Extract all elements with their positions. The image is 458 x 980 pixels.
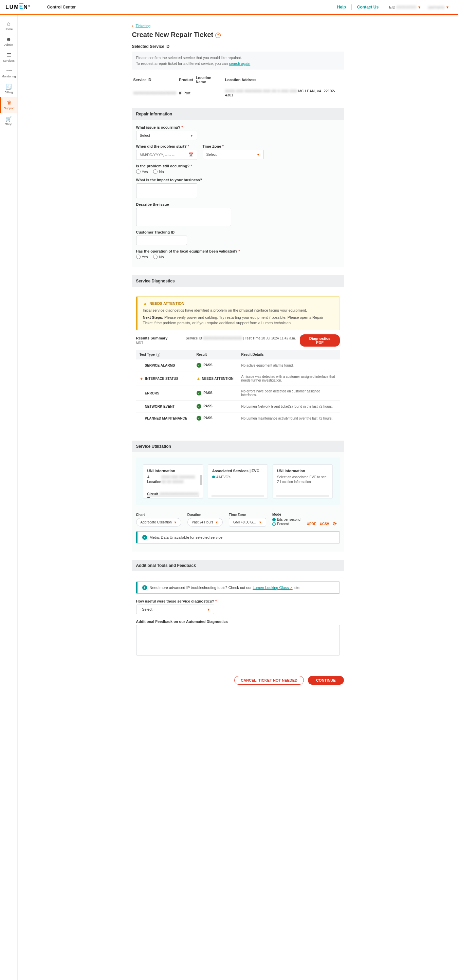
validated-label: Has the operation of the local equipment…: [136, 249, 340, 253]
confirm-box: Please confirm the selected service that…: [132, 52, 344, 70]
chart-select[interactable]: Aggregate Utilization▼: [136, 518, 181, 527]
needs-attention-alert: ▲NEEDS ATTENTION Initial service diagnos…: [136, 296, 340, 330]
sidebar-item-monitoring[interactable]: 〰Monitoring: [0, 65, 17, 81]
breadcrumb-link[interactable]: Ticketing: [136, 24, 151, 28]
refresh-icon[interactable]: ⟳: [333, 521, 337, 527]
impact-textarea[interactable]: [136, 183, 197, 198]
logo: LUMEN®: [5, 4, 31, 10]
diagnostics-table: Test Type i Result Result Details SERVIC…: [136, 350, 340, 425]
useful-select[interactable]: - Select -▼: [136, 605, 214, 614]
selected-service-table: Service ID Product Location Name Locatio…: [132, 74, 344, 100]
info-icon: i: [142, 585, 147, 590]
chevron-down-icon: ▼: [215, 521, 218, 524]
check-icon: ✓: [197, 363, 201, 368]
evc-item[interactable]: All-EVC's: [212, 475, 264, 480]
expand-icon[interactable]: ＋: [140, 377, 143, 380]
location-address-value: XXXX XXX XXXXXXX XXX XX X XXX XXX MC LEA…: [224, 86, 344, 100]
confirm-line1: Please confirm the selected service that…: [136, 55, 340, 61]
check-icon: ✓: [197, 391, 201, 396]
admin-icon: ☻: [6, 36, 11, 43]
export-csv-button[interactable]: ⬇CSV: [320, 522, 329, 526]
mode-bits-radio[interactable]: Bits per second: [272, 518, 301, 522]
th-result: Result: [193, 350, 238, 360]
chevron-left-icon: ‹: [132, 24, 134, 28]
sidebar-item-services[interactable]: ☰Services: [0, 49, 17, 65]
timezone-select[interactable]: Select▼: [203, 150, 264, 159]
hscroll[interactable]: [277, 495, 329, 497]
eid-dropdown[interactable]: EID XXXXXXXX▼: [389, 5, 421, 9]
table-row: ERRORS✓ PASSNo errors have been detected…: [136, 386, 340, 401]
util-tz-select[interactable]: GMT+0.00 Greenwich...▼: [229, 518, 266, 527]
warning-icon: ▲: [197, 376, 200, 381]
hscroll[interactable]: [212, 495, 264, 497]
export-pdf-button[interactable]: ⬇PDF: [307, 522, 316, 526]
app-title: Control Center: [47, 5, 76, 10]
support-icon: ♛: [7, 99, 11, 106]
util-tz-label: Time Zone: [229, 513, 266, 517]
table-row: ＋INTERFACE STATUS▲NEEDS ATTENTIONAn issu…: [136, 371, 340, 386]
duration-label: Duration: [188, 513, 223, 517]
table-row: XX/XXXX/XXXXXX/XXXX IP Port XXXX XXX XXX…: [132, 86, 344, 100]
billing-icon: 🧾: [5, 83, 12, 90]
sidebar-item-billing[interactable]: 🧾Billing: [0, 81, 17, 97]
th-test-type: Test Type i: [136, 350, 193, 360]
radio-validated-yes[interactable]: Yes: [136, 255, 148, 259]
calendar-icon[interactable]: 📅: [188, 153, 194, 157]
feedback-textarea[interactable]: [136, 625, 340, 655]
chevron-down-icon: ▼: [207, 608, 210, 611]
sidebar-item-support[interactable]: ♛Support: [0, 97, 17, 113]
radio-validated-no[interactable]: No: [153, 255, 164, 259]
product-value: IP Port: [178, 86, 194, 100]
topbar: LUMEN® Control Center Help Contact Us EI…: [0, 0, 458, 14]
mode-percent-radio[interactable]: Percent: [272, 522, 301, 526]
chart-label: Chart: [136, 513, 181, 517]
sidebar-item-shop[interactable]: 🛒Shop: [0, 113, 17, 129]
contact-link[interactable]: Contact Us: [357, 5, 378, 10]
check-icon: ✓: [197, 404, 201, 409]
duration-select[interactable]: Past 24 Hours▼: [188, 518, 223, 527]
info-icon[interactable]: i: [156, 353, 160, 357]
table-row: PLANNED MAINTENANCE✓ PASSNo Lumen mainte…: [136, 412, 340, 424]
associated-services-card: Associated Services | EVC All-EVC's: [208, 465, 268, 498]
section-selected-service-heading: Selected Service ID: [132, 44, 344, 49]
describe-textarea[interactable]: [136, 208, 231, 226]
radio-no[interactable]: No: [153, 169, 164, 174]
chevron-down-icon: ▼: [418, 5, 421, 9]
problem-start-input[interactable]: 📅: [136, 150, 197, 160]
cancel-button[interactable]: CANCEL, TICKET NOT NEEDED: [234, 676, 304, 685]
section-diagnostics-heading: Service Diagnostics: [132, 275, 344, 287]
sidebar: ⌂Home ☻Admin ☰Services 〰Monitoring 🧾Bill…: [0, 15, 17, 980]
chevron-down-icon: ▼: [190, 134, 194, 137]
issue-select[interactable]: Select▼: [136, 131, 197, 140]
services-icon: ☰: [6, 52, 11, 58]
results-summary-label: Results Summary: [136, 336, 168, 340]
help-link[interactable]: Help: [337, 5, 346, 10]
date-field[interactable]: [140, 153, 188, 157]
th-product: Product: [178, 74, 194, 86]
page-title: Create New Repair Ticket?: [132, 31, 344, 39]
user-dropdown[interactable]: username▼: [428, 5, 449, 9]
radio-off-icon: [272, 522, 276, 526]
continue-button[interactable]: CONTINUE: [308, 676, 344, 685]
tracking-input[interactable]: [136, 235, 187, 245]
search-again-link[interactable]: search again: [229, 62, 250, 65]
section-utilization-heading: Service Utilization: [132, 441, 344, 452]
issue-label: What issue is occurring? *: [136, 125, 340, 129]
sidebar-item-admin[interactable]: ☻Admin: [0, 33, 17, 49]
tracking-label: Customer Tracking ID: [136, 230, 340, 234]
looking-glass-link[interactable]: Lumen Looking Glass ↗: [253, 585, 292, 590]
home-icon: ⌂: [7, 21, 11, 27]
help-icon[interactable]: ?: [215, 33, 221, 38]
divider: [351, 5, 352, 10]
radio-yes[interactable]: Yes: [136, 169, 148, 174]
scrollbar[interactable]: [200, 475, 202, 485]
looking-glass-banner: i Need more advanced IP troubleshooting …: [136, 581, 340, 594]
th-service-id: Service ID: [132, 74, 178, 86]
service-id-value: XX/XXXX/XXXXXX/XXXX: [134, 91, 177, 95]
diagnostics-pdf-button[interactable]: Diagnostics PDF: [300, 334, 340, 347]
table-row: SERVICE ALARMS✓ PASSNo active equipment …: [136, 360, 340, 371]
impact-label: What is the impact to your business?: [136, 178, 340, 182]
hscroll[interactable]: [147, 495, 199, 497]
sidebar-item-home[interactable]: ⌂Home: [0, 18, 17, 33]
breadcrumb: ‹ Ticketing: [132, 24, 344, 28]
